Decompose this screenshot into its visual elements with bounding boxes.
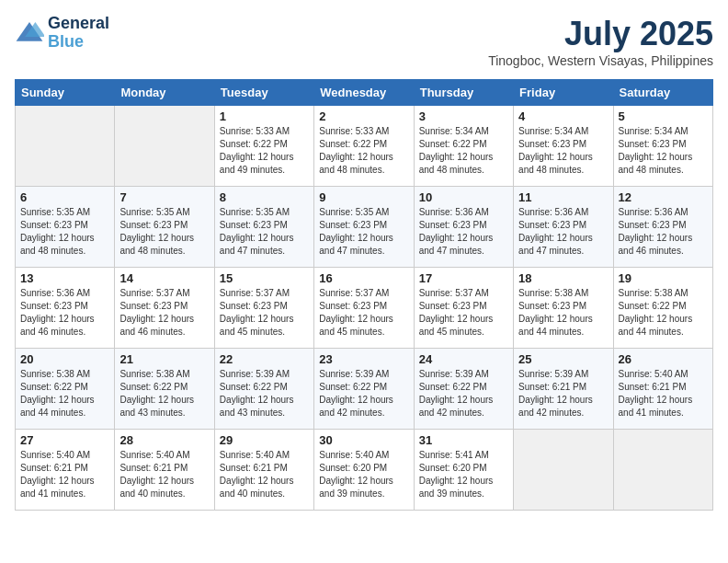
- day-info: Sunrise: 5:38 AM Sunset: 6:22 PM Dayligh…: [119, 368, 209, 419]
- day-number: 13: [20, 271, 109, 285]
- day-number: 25: [518, 352, 608, 366]
- day-number: 29: [220, 433, 309, 447]
- week-row-4: 20Sunrise: 5:38 AM Sunset: 6:22 PM Dayli…: [16, 349, 713, 430]
- day-number: 9: [319, 190, 408, 204]
- calendar-cell: [115, 106, 214, 187]
- day-info: Sunrise: 5:36 AM Sunset: 6:23 PM Dayligh…: [419, 206, 508, 258]
- day-info: Sunrise: 5:37 AM Sunset: 6:23 PM Dayligh…: [419, 287, 508, 339]
- day-info: Sunrise: 5:36 AM Sunset: 6:23 PM Dayligh…: [619, 206, 708, 258]
- calendar-cell: [613, 430, 712, 511]
- page-header: General Blue July 2025 Tinogboc, Western…: [15, 15, 713, 68]
- day-info: Sunrise: 5:41 AM Sunset: 6:20 PM Dayligh…: [419, 449, 508, 500]
- day-number: 18: [518, 271, 608, 285]
- calendar-cell: 9Sunrise: 5:35 AM Sunset: 6:23 PM Daylig…: [314, 187, 414, 268]
- day-number: 16: [319, 271, 408, 285]
- day-info: Sunrise: 5:39 AM Sunset: 6:21 PM Dayligh…: [518, 368, 608, 419]
- day-number: 28: [119, 433, 209, 447]
- day-info: Sunrise: 5:34 AM Sunset: 6:22 PM Dayligh…: [419, 125, 508, 177]
- day-info: Sunrise: 5:35 AM Sunset: 6:23 PM Dayligh…: [20, 206, 109, 258]
- calendar-cell: 24Sunrise: 5:39 AM Sunset: 6:22 PM Dayli…: [414, 349, 513, 430]
- day-info: Sunrise: 5:37 AM Sunset: 6:23 PM Dayligh…: [319, 287, 408, 339]
- calendar-cell: 25Sunrise: 5:39 AM Sunset: 6:21 PM Dayli…: [514, 349, 613, 430]
- day-info: Sunrise: 5:40 AM Sunset: 6:21 PM Dayligh…: [619, 368, 708, 419]
- week-row-3: 13Sunrise: 5:36 AM Sunset: 6:23 PM Dayli…: [16, 268, 713, 349]
- calendar-cell: 17Sunrise: 5:37 AM Sunset: 6:23 PM Dayli…: [414, 268, 513, 349]
- week-row-5: 27Sunrise: 5:40 AM Sunset: 6:21 PM Dayli…: [16, 430, 713, 511]
- weekday-header-friday: Friday: [514, 80, 613, 106]
- day-info: Sunrise: 5:40 AM Sunset: 6:21 PM Dayligh…: [119, 449, 209, 500]
- day-info: Sunrise: 5:35 AM Sunset: 6:23 PM Dayligh…: [220, 206, 309, 258]
- day-info: Sunrise: 5:40 AM Sunset: 6:20 PM Dayligh…: [319, 449, 408, 500]
- day-info: Sunrise: 5:37 AM Sunset: 6:23 PM Dayligh…: [119, 287, 209, 339]
- day-info: Sunrise: 5:39 AM Sunset: 6:22 PM Dayligh…: [319, 368, 408, 419]
- weekday-header-thursday: Thursday: [414, 80, 513, 106]
- day-number: 26: [619, 352, 708, 366]
- calendar-cell: 13Sunrise: 5:36 AM Sunset: 6:23 PM Dayli…: [16, 268, 115, 349]
- calendar-cell: 31Sunrise: 5:41 AM Sunset: 6:20 PM Dayli…: [414, 430, 513, 511]
- calendar-cell: 11Sunrise: 5:36 AM Sunset: 6:23 PM Dayli…: [514, 187, 613, 268]
- day-info: Sunrise: 5:35 AM Sunset: 6:23 PM Dayligh…: [319, 206, 408, 258]
- day-info: Sunrise: 5:40 AM Sunset: 6:21 PM Dayligh…: [220, 449, 309, 500]
- calendar-cell: 20Sunrise: 5:38 AM Sunset: 6:22 PM Dayli…: [16, 349, 115, 430]
- logo-text: General Blue: [48, 15, 109, 52]
- calendar-cell: 22Sunrise: 5:39 AM Sunset: 6:22 PM Dayli…: [214, 349, 313, 430]
- day-number: 20: [20, 352, 109, 366]
- calendar-cell: [16, 106, 115, 187]
- day-number: 3: [419, 109, 508, 123]
- calendar-cell: 14Sunrise: 5:37 AM Sunset: 6:23 PM Dayli…: [115, 268, 214, 349]
- weekday-header-row: SundayMondayTuesdayWednesdayThursdayFrid…: [16, 80, 713, 106]
- calendar-cell: 8Sunrise: 5:35 AM Sunset: 6:23 PM Daylig…: [214, 187, 313, 268]
- week-row-2: 6Sunrise: 5:35 AM Sunset: 6:23 PM Daylig…: [16, 187, 713, 268]
- day-number: 30: [319, 433, 408, 447]
- day-info: Sunrise: 5:38 AM Sunset: 6:22 PM Dayligh…: [619, 287, 708, 339]
- day-info: Sunrise: 5:34 AM Sunset: 6:23 PM Dayligh…: [619, 125, 708, 177]
- calendar-cell: 29Sunrise: 5:40 AM Sunset: 6:21 PM Dayli…: [214, 430, 313, 511]
- day-number: 12: [619, 190, 708, 204]
- calendar-cell: 27Sunrise: 5:40 AM Sunset: 6:21 PM Dayli…: [16, 430, 115, 511]
- logo-icon: [15, 20, 44, 46]
- calendar-cell: 23Sunrise: 5:39 AM Sunset: 6:22 PM Dayli…: [314, 349, 414, 430]
- calendar-cell: 2Sunrise: 5:33 AM Sunset: 6:22 PM Daylig…: [314, 106, 414, 187]
- day-number: 8: [220, 190, 309, 204]
- day-number: 4: [518, 109, 608, 123]
- day-number: 31: [419, 433, 508, 447]
- day-number: 1: [220, 109, 309, 123]
- calendar-cell: 21Sunrise: 5:38 AM Sunset: 6:22 PM Dayli…: [115, 349, 214, 430]
- calendar-cell: 18Sunrise: 5:38 AM Sunset: 6:23 PM Dayli…: [514, 268, 613, 349]
- day-number: 23: [319, 352, 408, 366]
- calendar-cell: 4Sunrise: 5:34 AM Sunset: 6:23 PM Daylig…: [514, 106, 613, 187]
- day-info: Sunrise: 5:40 AM Sunset: 6:21 PM Dayligh…: [20, 449, 109, 500]
- location: Tinogboc, Western Visayas, Philippines: [488, 53, 713, 68]
- calendar-table: SundayMondayTuesdayWednesdayThursdayFrid…: [15, 79, 713, 511]
- calendar-cell: 1Sunrise: 5:33 AM Sunset: 6:22 PM Daylig…: [214, 106, 313, 187]
- day-info: Sunrise: 5:38 AM Sunset: 6:23 PM Dayligh…: [518, 287, 608, 339]
- day-info: Sunrise: 5:38 AM Sunset: 6:22 PM Dayligh…: [20, 368, 109, 419]
- weekday-header-tuesday: Tuesday: [214, 80, 313, 106]
- day-info: Sunrise: 5:36 AM Sunset: 6:23 PM Dayligh…: [518, 206, 608, 258]
- day-number: 24: [419, 352, 508, 366]
- calendar-cell: [514, 430, 613, 511]
- calendar-cell: 7Sunrise: 5:35 AM Sunset: 6:23 PM Daylig…: [115, 187, 214, 268]
- day-info: Sunrise: 5:37 AM Sunset: 6:23 PM Dayligh…: [220, 287, 309, 339]
- calendar-cell: 30Sunrise: 5:40 AM Sunset: 6:20 PM Dayli…: [314, 430, 414, 511]
- day-info: Sunrise: 5:39 AM Sunset: 6:22 PM Dayligh…: [419, 368, 508, 419]
- calendar-cell: 3Sunrise: 5:34 AM Sunset: 6:22 PM Daylig…: [414, 106, 513, 187]
- calendar-cell: 6Sunrise: 5:35 AM Sunset: 6:23 PM Daylig…: [16, 187, 115, 268]
- day-number: 17: [419, 271, 508, 285]
- calendar-cell: 26Sunrise: 5:40 AM Sunset: 6:21 PM Dayli…: [613, 349, 712, 430]
- day-number: 15: [220, 271, 309, 285]
- week-row-1: 1Sunrise: 5:33 AM Sunset: 6:22 PM Daylig…: [16, 106, 713, 187]
- day-number: 14: [119, 271, 209, 285]
- month-title: July 2025: [488, 15, 713, 53]
- calendar-cell: 28Sunrise: 5:40 AM Sunset: 6:21 PM Dayli…: [115, 430, 214, 511]
- day-number: 6: [20, 190, 109, 204]
- title-block: July 2025 Tinogboc, Western Visayas, Phi…: [488, 15, 713, 68]
- calendar-cell: 12Sunrise: 5:36 AM Sunset: 6:23 PM Dayli…: [613, 187, 712, 268]
- weekday-header-monday: Monday: [115, 80, 214, 106]
- day-info: Sunrise: 5:39 AM Sunset: 6:22 PM Dayligh…: [220, 368, 309, 419]
- weekday-header-saturday: Saturday: [613, 80, 712, 106]
- calendar-cell: 10Sunrise: 5:36 AM Sunset: 6:23 PM Dayli…: [414, 187, 513, 268]
- day-info: Sunrise: 5:34 AM Sunset: 6:23 PM Dayligh…: [518, 125, 608, 177]
- logo: General Blue: [15, 15, 109, 52]
- day-info: Sunrise: 5:36 AM Sunset: 6:23 PM Dayligh…: [20, 287, 109, 339]
